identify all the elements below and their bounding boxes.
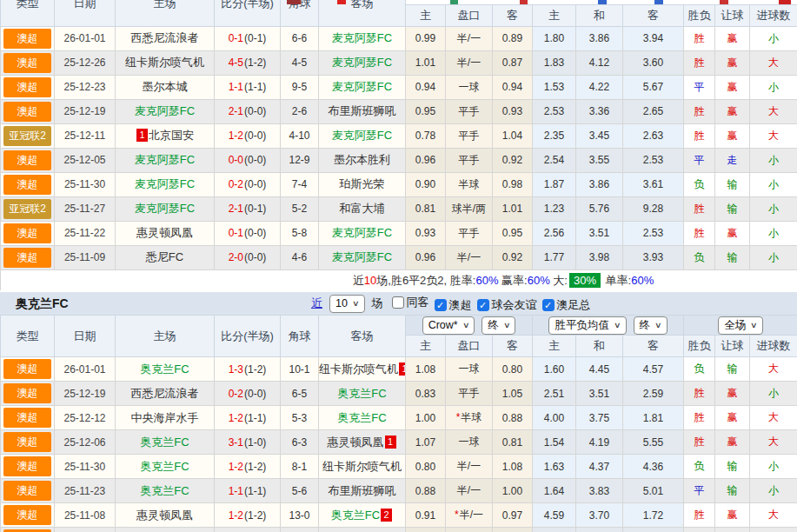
europe-type-select[interactable]: 胜平负均值∨ xyxy=(548,316,626,335)
league-type: 澳超 xyxy=(1,357,55,382)
league-badge: 澳超 xyxy=(3,223,51,243)
odds-company-select[interactable]: Crow*∨ xyxy=(422,316,475,335)
league-type: 澳超 xyxy=(1,26,55,50)
corners: 4-5 xyxy=(281,50,319,75)
eu-home-odds: 2.56 xyxy=(533,221,576,245)
big-rate-badge: 30% xyxy=(569,273,601,288)
team-name: 悉尼FC xyxy=(146,250,183,263)
match-date: 25-11-22 xyxy=(55,221,116,245)
eu-away-odds: 1.81 xyxy=(623,406,684,430)
home-team: 墨尔本城 xyxy=(116,75,215,99)
league-type: 澳超 xyxy=(1,382,55,406)
home-team: 惠灵顿凤凰 xyxy=(116,503,215,528)
column-header: 日期 xyxy=(55,316,116,357)
ui-fragment xyxy=(287,0,301,4)
wdl-result: 平 xyxy=(684,479,715,503)
eu-draw-odds: 3.83 xyxy=(576,479,623,503)
eu-draw-odds: 3.86 xyxy=(576,26,623,50)
league-type: 澳超 xyxy=(1,221,55,245)
team-name: 麦克阿瑟FC xyxy=(332,56,392,69)
away-team: 布里斯班狮吼 xyxy=(319,99,406,123)
filter-checkbox-澳足总[interactable]: ✓澳足总 xyxy=(542,297,591,313)
wdl-result: 平 xyxy=(684,75,715,99)
score: 0-2(0-0) xyxy=(215,172,281,196)
ah-away-odds: 0.95 xyxy=(493,528,533,532)
eu-draw-odds: 3.79 xyxy=(576,528,623,532)
league-type: 澳超 xyxy=(1,503,55,528)
eu-home-odds: 2.51 xyxy=(533,382,576,406)
chevron-down-icon: ∨ xyxy=(503,318,511,333)
summary-text: 近 xyxy=(353,274,364,287)
wdl-result: 负 xyxy=(684,455,715,479)
handicap-result: 赢 xyxy=(715,503,750,528)
ah-handicap: 平手 xyxy=(446,148,493,172)
filter-checkbox-澳超[interactable]: ✓澳超 xyxy=(435,297,472,313)
wdl-result: 胜 xyxy=(684,382,715,406)
checkbox-checked-icon: ✓ xyxy=(477,299,489,311)
ah-away-odds: 0.92 xyxy=(493,148,533,172)
summary-text: 60% xyxy=(631,274,654,287)
ah-home-odds: 0.95 xyxy=(406,99,446,123)
filter-checkbox-group: 同客✓澳超✓球会友谊✓澳足总 xyxy=(387,295,591,313)
ah-handicap: 平手 xyxy=(446,221,493,245)
ah-handicap: 一球 xyxy=(446,75,493,99)
eu-draw-odds: 3.70 xyxy=(576,503,623,528)
score: 0-2(0-0) xyxy=(215,382,281,406)
eu-home-odds: 1.60 xyxy=(533,357,576,382)
sub-column-header: 让球 xyxy=(715,4,750,26)
home-team: 悉尼FC xyxy=(116,245,215,269)
eu-home-odds: 1.77 xyxy=(533,245,576,269)
away-team: 珀斯光荣 xyxy=(319,172,406,196)
scope-select[interactable]: 全场∨ xyxy=(718,316,763,335)
handicap-result: 走 xyxy=(715,148,750,172)
score: 3-1(1-0) xyxy=(215,430,281,455)
eu-away-odds: 3.60 xyxy=(623,50,684,75)
checkbox-checked-icon: ✓ xyxy=(542,299,555,311)
corners: 5-2 xyxy=(281,196,319,221)
eu-home-odds: 1.63 xyxy=(533,455,576,479)
corners: 4-10 xyxy=(281,123,319,148)
team-name: 奥克兰FC xyxy=(337,411,386,424)
league-type: 澳超 xyxy=(1,148,55,172)
ah-home-odds: 1.01 xyxy=(406,50,446,75)
europe-time-select[interactable]: 终∨ xyxy=(634,316,667,335)
ah-handicap: 半球 xyxy=(446,172,493,196)
eu-draw-odds: 3.45 xyxy=(576,123,623,148)
ah-home-odds: 0.78 xyxy=(406,123,446,148)
near-count-select[interactable]: 10 ∨ xyxy=(329,295,365,313)
match-row: 澳超25-11-23奥克兰FC1-1(1-1)5-6布里斯班狮吼0.88半/一1… xyxy=(1,479,797,503)
corners: 8-1 xyxy=(281,455,319,479)
ah-handicap: 半/一 xyxy=(446,479,493,503)
league-type: 澳超 xyxy=(1,430,55,455)
eu-draw-odds: 4.45 xyxy=(576,357,623,382)
eu-away-odds: 4.57 xyxy=(623,357,684,382)
sub-column-header: 主 xyxy=(533,336,576,357)
team-name: 奥克兰FC xyxy=(140,436,189,449)
near-link[interactable]: 近 xyxy=(311,296,322,311)
eu-away-odds: 3.93 xyxy=(623,245,684,269)
checkbox-label: 球会友谊 xyxy=(492,297,537,313)
goals-result: 小 xyxy=(750,245,797,269)
handicap-result: 输 xyxy=(715,245,750,269)
ah-away-odds: 0.94 xyxy=(493,75,533,99)
goals-result: 小 xyxy=(750,75,797,99)
wdl-result: 胜 xyxy=(684,123,715,148)
match-row: 澳超25-12-23墨尔本城1-1(1-1)9-5麦克阿瑟FC0.94一球0.9… xyxy=(1,75,797,99)
handicap-result: 赢 xyxy=(715,26,750,50)
match-row: 亚冠联225-12-111北京国安1-2(0-0)4-10麦克阿瑟FC0.78平… xyxy=(1,123,797,148)
corners: 6-6 xyxy=(281,26,319,50)
sub-column-header: 和 xyxy=(576,4,623,26)
eu-home-odds: 1.70 xyxy=(533,528,576,532)
odds-company-time-select[interactable]: 终∨ xyxy=(482,316,515,335)
filter-checkbox-同客[interactable]: 同客 xyxy=(392,295,429,310)
corners: 5-6 xyxy=(281,479,319,503)
score: 0-0(0-0) xyxy=(215,148,281,172)
team-name: 纽卡斯尔喷气机 xyxy=(319,362,398,376)
home-team: 中央海岸水手 xyxy=(116,406,215,430)
eu-draw-odds: 3.36 xyxy=(576,99,623,123)
filter-checkbox-球会友谊[interactable]: ✓球会友谊 xyxy=(477,297,537,313)
match-date: 26-01-01 xyxy=(55,26,116,50)
ah-home-odds: 1.08 xyxy=(406,357,446,382)
handicap-result: 输 xyxy=(715,196,750,221)
match-date: 25-12-06 xyxy=(55,430,116,455)
